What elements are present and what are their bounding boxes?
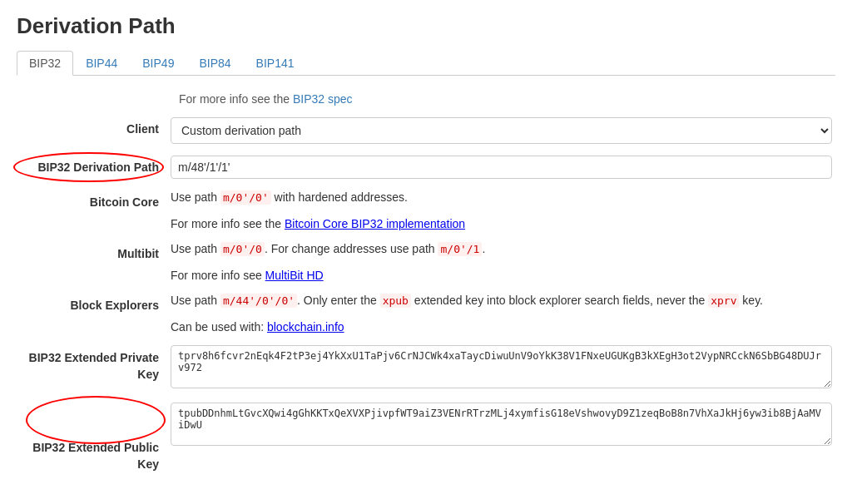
- bitcoin-core-link[interactable]: Bitcoin Core BIP32 implementation: [285, 217, 465, 230]
- block-xpub: xpub: [380, 294, 411, 308]
- bip32-path-label: BIP32 Derivation Path: [17, 156, 171, 174]
- extended-public-wrap: [171, 403, 832, 448]
- bitcoin-core-desc2-pre: For more info see the: [171, 217, 285, 230]
- block-xprv: xprv: [708, 294, 739, 308]
- extended-private-wrap: [171, 345, 832, 391]
- extended-private-textarea[interactable]: [171, 345, 832, 388]
- client-row: Client Custom derivation path Bitcoin Co…: [17, 117, 832, 144]
- bitcoin-core-path1: m/0'/0': [220, 190, 271, 205]
- bitcoin-core-row: Bitcoin Core Use path m/0'/0' with harde…: [17, 190, 832, 230]
- tab-bar: BIP32 BIP44 BIP49 BIP84 BIP141: [17, 51, 835, 76]
- extended-public-label: BIP32 Extended Public Key: [17, 403, 171, 472]
- tab-bip84[interactable]: BIP84: [186, 51, 243, 76]
- bitcoin-core-desc1-pre: Use path: [171, 190, 220, 204]
- extended-private-row: BIP32 Extended Private Key: [17, 345, 832, 391]
- multibit-row: Multibit Use path m/0'/0. For change add…: [17, 242, 832, 282]
- bip32-path-input[interactable]: [171, 156, 832, 179]
- block-explorers-desc: Use path m/44'/0'/0'. Only enter the xpu…: [171, 294, 832, 334]
- main-content: For more info see the BIP32 spec Client …: [17, 92, 832, 472]
- multibit-link[interactable]: MultiBit HD: [265, 269, 324, 282]
- client-select-wrap: Custom derivation path Bitcoin Core Mult…: [171, 117, 832, 144]
- block-explorers-label: Block Explorers: [17, 294, 171, 312]
- bitcoin-core-desc: Use path m/0'/0' with hardened addresses…: [171, 190, 832, 230]
- multibit-path1: m/0'/0: [220, 242, 265, 256]
- extended-private-label: BIP32 Extended Private Key: [17, 345, 171, 383]
- extended-public-circle: [26, 396, 166, 444]
- client-label: Client: [17, 117, 171, 136]
- extended-public-row: BIP32 Extended Public Key: [17, 403, 832, 472]
- tab-bip49[interactable]: BIP49: [130, 51, 186, 76]
- bitcoin-core-label: Bitcoin Core: [17, 190, 171, 209]
- multibit-desc2-pre: For more info see: [171, 269, 265, 282]
- block-desc1-post: extended key into block explorer search …: [411, 294, 708, 307]
- extended-public-textarea[interactable]: [171, 403, 832, 446]
- bip32-path-row: BIP32 Derivation Path: [17, 156, 832, 179]
- bip32-spec-link[interactable]: BIP32 spec: [293, 92, 353, 106]
- multibit-desc: Use path m/0'/0. For change addresses us…: [171, 242, 832, 282]
- tab-bip141[interactable]: BIP141: [244, 51, 307, 76]
- client-select[interactable]: Custom derivation path Bitcoin Core Mult…: [171, 117, 832, 144]
- bitcoin-core-desc1-post: with hardened addresses.: [271, 190, 408, 204]
- block-desc1-pre: Use path: [171, 294, 220, 307]
- page-title: Derivation Path: [17, 13, 835, 39]
- info-text-prefix: For more info see the: [179, 92, 293, 106]
- bip32-spec-info: For more info see the BIP32 spec: [179, 92, 832, 106]
- block-explorers-row: Block Explorers Use path m/44'/0'/0'. On…: [17, 294, 832, 334]
- multibit-label: Multibit: [17, 242, 171, 260]
- block-desc2-pre: Can be used with:: [171, 320, 267, 334]
- tab-bip44[interactable]: BIP44: [73, 51, 130, 76]
- tab-bip32[interactable]: BIP32: [17, 51, 73, 76]
- multibit-desc1-mid: . For change addresses use path: [265, 242, 438, 255]
- block-path1: m/44'/0'/0': [220, 294, 297, 308]
- block-link[interactable]: blockchain.info: [267, 320, 344, 334]
- multibit-desc1-post: .: [482, 242, 485, 255]
- block-desc1-end: key.: [739, 294, 763, 307]
- multibit-desc1-pre: Use path: [171, 242, 220, 255]
- bip32-path-input-wrap: [171, 156, 832, 179]
- multibit-path2: m/0'/1: [438, 242, 482, 256]
- block-desc1-mid: . Only enter the: [297, 294, 380, 307]
